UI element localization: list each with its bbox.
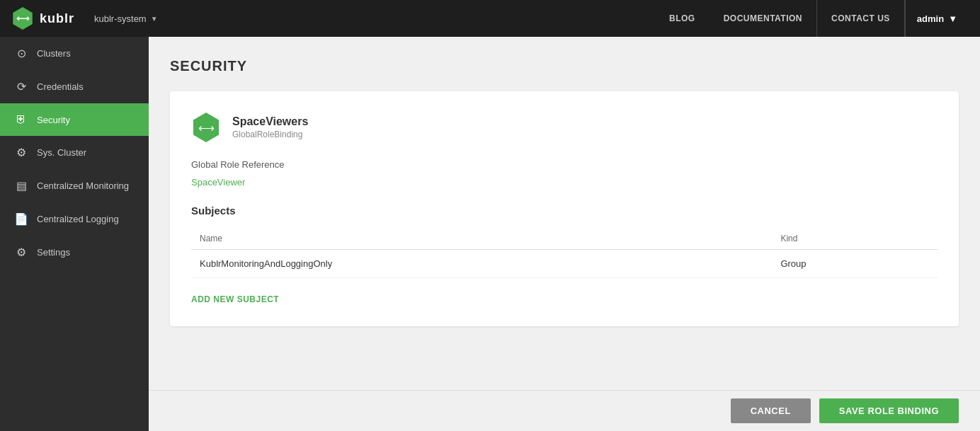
table-row: KublrMonitoringAndLoggingOnly Group bbox=[191, 250, 938, 278]
logging-icon: 📄 bbox=[14, 212, 28, 226]
role-reference-link[interactable]: SpaceViewer bbox=[191, 177, 245, 188]
subjects-title: Subjects bbox=[191, 205, 938, 217]
page-title: SECURITY bbox=[170, 58, 959, 74]
rolebinding-header: ⟷ SpaceViewers GlobalRoleBinding bbox=[191, 113, 938, 142]
namespace-label: kublr-system bbox=[94, 13, 147, 24]
topnav-links: BLOG DOCUMENTATION CONTACT US bbox=[655, 0, 904, 37]
add-new-subject-button[interactable]: ADD NEW SUBJECT bbox=[191, 294, 279, 304]
sidebar-item-security[interactable]: ⛨ Security bbox=[0, 103, 149, 136]
top-navigation: ⟷ kublr kublr-system ▼ BLOG DOCUMENTATIO… bbox=[0, 0, 980, 37]
contact-us-link[interactable]: CONTACT US bbox=[817, 0, 904, 37]
documentation-link[interactable]: DOCUMENTATION bbox=[710, 0, 816, 37]
sidebar-item-centralized-monitoring[interactable]: ▤ Centralized Monitoring bbox=[0, 169, 149, 202]
sidebar-item-label: Centralized Monitoring bbox=[37, 180, 129, 191]
rolebinding-type: GlobalRoleBinding bbox=[232, 130, 308, 139]
credentials-icon: ⟳ bbox=[14, 80, 28, 93]
security-icon: ⛨ bbox=[14, 113, 28, 126]
clusters-icon: ⊙ bbox=[14, 47, 28, 60]
logo-text: kublr bbox=[40, 11, 74, 26]
global-role-reference-label: Global Role Reference bbox=[191, 159, 938, 170]
admin-chevron-icon: ▼ bbox=[948, 13, 957, 24]
save-role-binding-button[interactable]: SAVE ROLE BINDING bbox=[819, 398, 959, 423]
logo-hex: ⟷ bbox=[11, 7, 34, 30]
cancel-button[interactable]: CANCEL bbox=[731, 398, 811, 423]
admin-label: admin bbox=[917, 13, 944, 24]
logo: ⟷ kublr bbox=[11, 7, 74, 30]
sidebar: ⊙ Clusters ⟳ Credentials ⛨ Security ⚙ Sy… bbox=[0, 37, 149, 431]
subject-name: KublrMonitoringAndLoggingOnly bbox=[191, 250, 772, 278]
sidebar-item-clusters[interactable]: ⊙ Clusters bbox=[0, 37, 149, 70]
sidebar-item-label: Security bbox=[37, 115, 70, 125]
col-name-header: Name bbox=[191, 228, 772, 250]
subjects-table: Name Kind KublrMonitoringAndLoggingOnly … bbox=[191, 228, 938, 278]
sidebar-item-sys-cluster[interactable]: ⚙ Sys. Cluster bbox=[0, 136, 149, 169]
sidebar-item-settings[interactable]: ⚙ Settings bbox=[0, 236, 149, 269]
rolebinding-card: ⟷ SpaceViewers GlobalRoleBinding Global … bbox=[170, 91, 959, 326]
sidebar-item-label: Centralized Logging bbox=[37, 214, 119, 224]
sidebar-item-credentials[interactable]: ⟳ Credentials bbox=[0, 70, 149, 103]
bottom-action-bar: CANCEL SAVE ROLE BINDING bbox=[149, 390, 980, 431]
chevron-down-icon: ▼ bbox=[151, 15, 158, 23]
rolebinding-icon: ⟷ bbox=[191, 113, 221, 142]
sidebar-item-label: Settings bbox=[37, 247, 70, 258]
rolebinding-name: SpaceViewers bbox=[232, 115, 308, 128]
namespace-selector[interactable]: kublr-system ▼ bbox=[89, 11, 164, 27]
monitoring-icon: ▤ bbox=[14, 179, 28, 192]
col-kind-header: Kind bbox=[772, 228, 938, 250]
subject-kind: Group bbox=[772, 250, 938, 278]
sidebar-item-centralized-logging[interactable]: 📄 Centralized Logging bbox=[0, 202, 149, 236]
sys-cluster-icon: ⚙ bbox=[14, 146, 28, 159]
main-content: SECURITY ⟷ SpaceViewers GlobalRoleBindin… bbox=[149, 37, 980, 431]
admin-menu[interactable]: admin ▼ bbox=[905, 0, 969, 37]
blog-link[interactable]: BLOG bbox=[655, 0, 710, 37]
rolebinding-titles: SpaceViewers GlobalRoleBinding bbox=[232, 115, 308, 139]
sidebar-item-label: Credentials bbox=[37, 81, 84, 92]
sidebar-item-label: Clusters bbox=[37, 48, 71, 59]
sidebar-item-label: Sys. Cluster bbox=[37, 147, 86, 158]
settings-icon: ⚙ bbox=[14, 246, 28, 259]
